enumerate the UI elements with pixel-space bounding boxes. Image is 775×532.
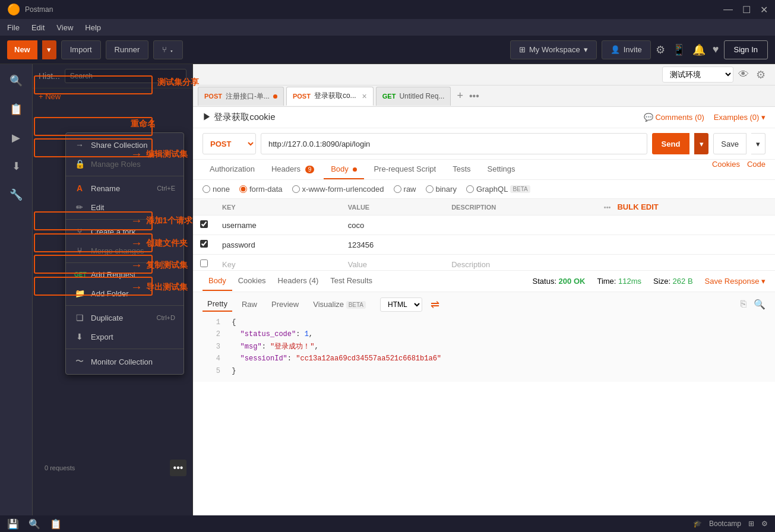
bell-icon[interactable]: 🔔 — [692, 43, 706, 56]
save-dropdown-button[interactable]: ▾ — [751, 133, 765, 154]
format-raw-button[interactable]: Raw — [237, 297, 262, 311]
settings-icon[interactable]: ⚙ — [656, 43, 665, 56]
radio-binary[interactable]: binary — [426, 185, 457, 194]
tab-tests[interactable]: Tests — [445, 160, 477, 179]
add-collection-button[interactable]: + New — [39, 92, 61, 101]
row-new-key[interactable]: Key — [215, 255, 341, 271]
cookies-link[interactable]: Cookies — [712, 160, 740, 179]
workspace-button[interactable]: ⊞ My Workspace ▾ — [510, 40, 597, 59]
rename-item[interactable]: A Rename Ctrl+E — [66, 179, 184, 198]
menu-file[interactable]: File — [7, 23, 20, 32]
tab-2[interactable]: GET Untitled Req... — [376, 87, 451, 106]
maximize-button[interactable]: ☐ — [742, 4, 751, 15]
tab-1[interactable]: POST 登录获取co... × — [286, 87, 374, 106]
row-0-description[interactable] — [444, 216, 597, 235]
save-button[interactable]: Save — [713, 133, 746, 154]
send-button[interactable]: Send — [652, 133, 690, 154]
save-response-button[interactable]: Save Response ▾ — [705, 277, 765, 286]
tab-settings[interactable]: Settings — [480, 160, 523, 179]
eye-icon[interactable]: 👁 — [738, 68, 749, 81]
add-tab-button[interactable]: + — [453, 90, 467, 102]
runner-button[interactable]: Runner — [106, 40, 149, 59]
menu-view[interactable]: View — [56, 23, 73, 32]
close-button[interactable]: ✕ — [760, 4, 768, 15]
row-new-value[interactable]: Value — [341, 255, 444, 271]
add-request-item[interactable]: GET Add Request — [66, 265, 184, 284]
format-type-select[interactable]: HTML JSON Text — [380, 297, 422, 312]
create-fork-item[interactable]: ⑂ Create a fork — [66, 222, 184, 241]
radio-formdata[interactable]: form-data — [239, 185, 283, 194]
share-collection-item[interactable]: → Share Collection — [66, 135, 184, 154]
window-controls[interactable]: — ☐ ✕ — [723, 4, 768, 15]
url-input[interactable] — [261, 133, 647, 154]
row-1-value[interactable]: 123456 — [341, 235, 444, 255]
code-link[interactable]: Code — [747, 160, 765, 179]
heart-icon[interactable]: ♥ — [713, 43, 719, 56]
radio-raw[interactable]: raw — [394, 185, 416, 194]
radio-graphql[interactable]: GraphQL BETA — [466, 185, 530, 194]
bottom-icon-2[interactable]: 🔍 — [29, 518, 40, 530]
sidebar-api-icon[interactable]: ⬇ — [4, 154, 28, 178]
new-dropdown-button[interactable]: ▾ — [42, 40, 56, 59]
sign-in-button[interactable]: Sign In — [724, 40, 768, 59]
row-new-checkbox[interactable] — [200, 259, 208, 267]
format-preview-button[interactable]: Preview — [267, 297, 303, 311]
collection-search-input[interactable] — [65, 69, 186, 83]
new-button[interactable]: New — [7, 40, 37, 59]
export-item[interactable]: ⬇ Export — [66, 327, 184, 346]
phone-icon[interactable]: 📱 — [672, 43, 685, 56]
sidebar-search-icon[interactable]: 🔍 — [4, 69, 28, 93]
row-0-value[interactable]: coco — [341, 216, 444, 235]
tab-headers[interactable]: Headers 9 — [264, 160, 321, 179]
bootcamp-label[interactable]: Bootcamp — [709, 520, 741, 528]
import-button[interactable]: Import — [61, 40, 101, 59]
resp-tab-testresults[interactable]: Test Results — [324, 271, 378, 291]
radio-none[interactable]: none — [203, 185, 230, 194]
minimize-button[interactable]: — — [723, 4, 733, 15]
tab-1-close[interactable]: × — [362, 91, 367, 101]
env-settings-icon[interactable]: ⚙ — [756, 68, 765, 81]
resp-tab-cookies[interactable]: Cookies — [232, 271, 272, 291]
bottom-settings-icon[interactable]: ⚙ — [761, 520, 768, 528]
format-visualize-button[interactable]: Visualize BETA — [308, 297, 371, 311]
radio-urlencoded[interactable]: x-www-form-urlencoded — [292, 185, 384, 194]
invite-button[interactable]: 👤 Invite — [602, 40, 651, 59]
edit-item[interactable]: ✏ Edit — [66, 198, 184, 217]
format-pretty-button[interactable]: Pretty — [203, 297, 232, 312]
tab-body[interactable]: Body — [324, 160, 364, 179]
more-columns-button[interactable]: ••• — [604, 204, 611, 211]
search-response-icon[interactable]: 🔍 — [754, 299, 765, 310]
send-dropdown-button[interactable]: ▾ — [694, 133, 708, 154]
fork-button[interactable]: ⑂ ▾ — [153, 40, 183, 59]
comments-button[interactable]: 💬 Comments (0) — [644, 113, 704, 122]
bottom-more-icon[interactable]: ⊞ — [748, 520, 754, 528]
row-1-checkbox[interactable] — [200, 240, 208, 248]
examples-button[interactable]: Examples (0) ▾ — [714, 113, 765, 122]
wrap-button[interactable]: ⇌ — [431, 298, 439, 311]
sidebar-settings-icon[interactable]: 🔧 — [4, 183, 28, 207]
menu-help[interactable]: Help — [85, 23, 101, 32]
add-folder-item[interactable]: 📁 Add Folder — [66, 284, 184, 303]
row-0-checkbox[interactable] — [200, 220, 208, 228]
copy-icon[interactable]: ⎘ — [741, 299, 746, 310]
row-1-description[interactable] — [444, 235, 597, 255]
more-options-button[interactable]: ••• — [170, 460, 186, 476]
sidebar-collection-icon[interactable]: 📋 — [4, 97, 28, 121]
bottom-icon-3[interactable]: 📋 — [50, 518, 62, 530]
resp-tab-body[interactable]: Body — [203, 271, 232, 291]
tab-0[interactable]: POST 注册接口-单... — [198, 87, 284, 106]
environment-select[interactable]: 测试环境 — [662, 66, 733, 83]
bulk-edit-button[interactable]: Bulk Edit — [617, 202, 658, 211]
method-select[interactable]: POST GET PUT DELETE — [203, 133, 256, 154]
tab-prerequest[interactable]: Pre-request Script — [366, 160, 443, 179]
menu-edit[interactable]: Edit — [31, 23, 45, 32]
row-new-description[interactable]: Description — [444, 255, 597, 271]
row-1-key[interactable]: password — [215, 235, 341, 255]
resp-tab-headers[interactable]: Headers (4) — [272, 271, 325, 291]
duplicate-item[interactable]: ❏ Duplicate Ctrl+D — [66, 308, 184, 327]
monitor-collection-item[interactable]: 〜 Monitor Collection — [66, 352, 184, 372]
bottom-icon-1[interactable]: 💾 — [7, 518, 19, 530]
sidebar-run-icon[interactable]: ▶ — [4, 126, 28, 150]
row-0-key[interactable]: username — [215, 216, 341, 235]
more-tabs-button[interactable]: ••• — [469, 91, 479, 102]
